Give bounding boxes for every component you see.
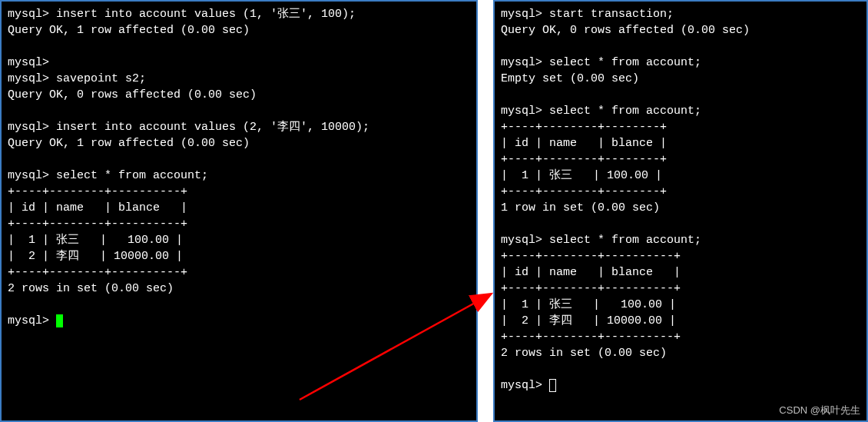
cursor-active <box>56 314 63 327</box>
terminal-container: mysql> insert into account values (1, '张… <box>0 0 868 422</box>
left-terminal[interactable]: mysql> insert into account values (1, '张… <box>0 0 478 422</box>
right-terminal-content: mysql> start transaction; Query OK, 0 ro… <box>501 8 750 392</box>
pane-gap <box>478 0 493 422</box>
left-terminal-content: mysql> insert into account values (1, '张… <box>8 8 369 327</box>
right-terminal[interactable]: mysql> start transaction; Query OK, 0 ro… <box>493 0 868 422</box>
cursor-inactive <box>549 379 556 392</box>
